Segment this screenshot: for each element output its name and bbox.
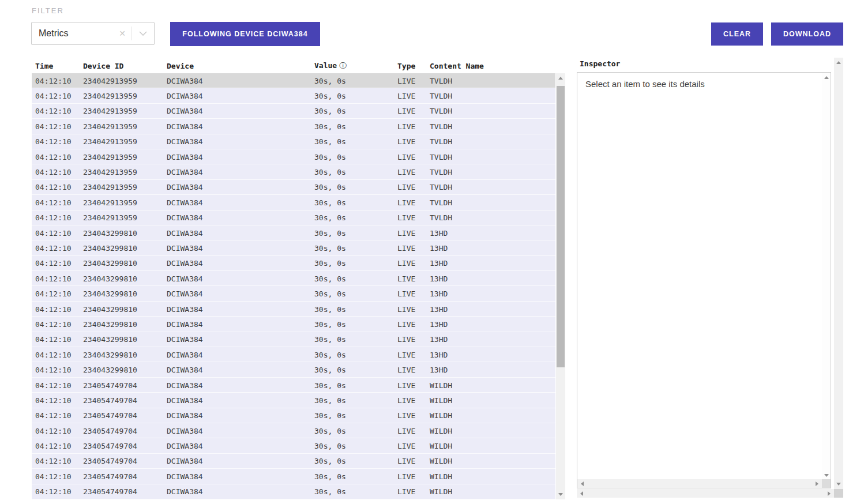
table-cell: 30s, 0s [314, 244, 397, 253]
table-cell: TVLDH [430, 107, 555, 115]
inspector-inner-vertical-scrollbar[interactable] [822, 73, 831, 480]
table-cell: 13HD [430, 305, 555, 314]
metrics-table-body: 04:12:10234042913959DCIWA38430s, 0sLIVET… [32, 73, 555, 499]
table-cell: DCIWA384 [167, 289, 314, 298]
table-row[interactable]: 04:12:10234043299810DCIWA38430s, 0sLIVE1… [32, 347, 555, 362]
table-cell: DCIWA384 [167, 320, 314, 329]
scroll-up-button[interactable] [556, 73, 565, 83]
table-row[interactable]: 04:12:10234054749704DCIWA38430s, 0sLIVEW… [32, 423, 555, 438]
table-cell: 04:12:10 [35, 472, 83, 481]
table-cell: 30s, 0s [314, 427, 397, 435]
table-cell: DCIWA384 [167, 427, 314, 435]
table-cell: 04:12:10 [35, 183, 83, 191]
table-cell: 234054749704 [83, 396, 167, 405]
table-cell: 30s, 0s [314, 487, 397, 496]
table-cell: TVLDH [430, 92, 555, 100]
table-cell: 13HD [430, 351, 555, 359]
table-cell: DCIWA384 [167, 472, 314, 481]
table-row[interactable]: 04:12:10234042913959DCIWA38430s, 0sLIVET… [32, 73, 555, 88]
download-button[interactable]: DOWNLOAD [771, 22, 843, 46]
dropdown-chevron-icon[interactable] [132, 31, 154, 36]
table-cell: 04:12:10 [35, 457, 83, 465]
table-cell: WILDH [430, 396, 555, 405]
table-cell: 04:12:10 [35, 487, 83, 496]
metrics-filter-select[interactable]: Metrics ✕ [31, 22, 155, 45]
table-cell: 04:12:10 [35, 351, 83, 359]
value-info-icon[interactable]: ⓘ [339, 61, 347, 70]
table-cell: 04:12:10 [35, 366, 83, 374]
table-row[interactable]: 04:12:10234043299810DCIWA38430s, 0sLIVE1… [32, 332, 555, 347]
table-cell: 04:12:10 [35, 153, 83, 161]
right-arrow-icon [816, 482, 818, 486]
table-row[interactable]: 04:12:10234042913959DCIWA38430s, 0sLIVET… [32, 149, 555, 164]
table-cell: 04:12:10 [35, 289, 83, 298]
table-cell: LIVE [397, 351, 430, 359]
table-row[interactable]: 04:12:10234043299810DCIWA38430s, 0sLIVE1… [32, 225, 555, 240]
table-row[interactable]: 04:12:10234043299810DCIWA38430s, 0sLIVE1… [32, 240, 555, 255]
table-cell: 234042913959 [83, 153, 167, 161]
table-cell: 234054749704 [83, 442, 167, 450]
table-row[interactable]: 04:12:10234054749704DCIWA38430s, 0sLIVEW… [32, 393, 555, 408]
scroll-left-button[interactable] [577, 489, 587, 498]
table-row[interactable]: 04:12:10234043299810DCIWA38430s, 0sLIVE1… [32, 317, 555, 332]
table-cell: 04:12:10 [35, 92, 83, 100]
table-cell: LIVE [397, 289, 430, 298]
table-cell: 04:12:10 [35, 107, 83, 115]
table-cell: LIVE [397, 427, 430, 435]
column-header-type: Type [397, 62, 430, 70]
table-cell: 30s, 0s [314, 320, 397, 329]
table-cell: 30s, 0s [314, 351, 397, 359]
table-cell: DCIWA384 [167, 381, 314, 390]
table-cell: LIVE [397, 366, 430, 374]
table-row[interactable]: 04:12:10234054749704DCIWA38430s, 0sLIVEW… [32, 378, 555, 393]
table-row[interactable]: 04:12:10234054749704DCIWA38430s, 0sLIVEW… [32, 438, 555, 453]
table-row[interactable]: 04:12:10234042913959DCIWA38430s, 0sLIVET… [32, 119, 555, 134]
table-cell: WILDH [430, 442, 555, 450]
table-cell: 30s, 0s [314, 381, 397, 390]
table-row[interactable]: 04:12:10234054749704DCIWA38430s, 0sLIVEW… [32, 408, 555, 423]
following-device-button[interactable]: FOLLOWING DEVICE DCIWA384 [170, 22, 320, 46]
table-cell: DCIWA384 [167, 396, 314, 405]
table-cell: DCIWA384 [167, 487, 314, 496]
inspector-inner-horizontal-scrollbar[interactable] [577, 479, 822, 488]
table-row[interactable]: 04:12:10234043299810DCIWA38430s, 0sLIVE1… [32, 271, 555, 286]
table-cell: 04:12:10 [35, 229, 83, 238]
table-row[interactable]: 04:12:10234054749704DCIWA38430s, 0sLIVEW… [32, 454, 555, 469]
table-vertical-scrollbar[interactable] [556, 73, 565, 499]
table-cell: 04:12:10 [35, 137, 83, 146]
table-row[interactable]: 04:12:10234042913959DCIWA38430s, 0sLIVET… [32, 195, 555, 210]
scroll-right-button[interactable] [824, 489, 834, 498]
table-row[interactable]: 04:12:10234043299810DCIWA38430s, 0sLIVE1… [32, 286, 555, 301]
table-row[interactable]: 04:12:10234042913959DCIWA38430s, 0sLIVET… [32, 134, 555, 149]
scroll-left-button[interactable] [577, 479, 587, 488]
scrollbar-thumb[interactable] [557, 86, 565, 367]
table-row[interactable]: 04:12:10234054749704DCIWA38430s, 0sLIVEW… [32, 469, 555, 484]
table-cell: TVLDH [430, 122, 555, 131]
table-row[interactable]: 04:12:10234054749704DCIWA38430s, 0sLIVEW… [32, 484, 555, 499]
table-cell: DCIWA384 [167, 168, 314, 176]
table-cell: LIVE [397, 411, 430, 420]
clear-selection-icon[interactable]: ✕ [113, 29, 132, 37]
table-cell: 04:12:10 [35, 244, 83, 253]
table-row[interactable]: 04:12:10234043299810DCIWA38430s, 0sLIVE1… [32, 302, 555, 317]
scroll-down-button[interactable] [556, 490, 565, 499]
table-row[interactable]: 04:12:10234042913959DCIWA38430s, 0sLIVET… [32, 180, 555, 195]
table-row[interactable]: 04:12:10234043299810DCIWA38430s, 0sLIVE1… [32, 362, 555, 377]
table-cell: 30s, 0s [314, 137, 397, 146]
inspector-outer-vertical-scrollbar[interactable] [834, 58, 843, 489]
scroll-up-button[interactable] [822, 73, 831, 82]
scroll-right-button[interactable] [812, 479, 822, 488]
scroll-down-button[interactable] [834, 479, 843, 489]
table-row[interactable]: 04:12:10234042913959DCIWA38430s, 0sLIVET… [32, 88, 555, 103]
table-cell: 04:12:10 [35, 122, 83, 131]
scroll-up-button[interactable] [834, 58, 843, 67]
table-cell: WILDH [430, 472, 555, 481]
table-row[interactable]: 04:12:10234042913959DCIWA38430s, 0sLIVET… [32, 164, 555, 179]
table-cell: 04:12:10 [35, 411, 83, 420]
clear-button[interactable]: CLEAR [711, 22, 763, 46]
table-row[interactable]: 04:12:10234042913959DCIWA38430s, 0sLIVET… [32, 104, 555, 119]
inspector-outer-horizontal-scrollbar[interactable] [577, 489, 834, 498]
table-row[interactable]: 04:12:10234043299810DCIWA38430s, 0sLIVE1… [32, 256, 555, 271]
table-cell: 04:12:10 [35, 427, 83, 435]
table-row[interactable]: 04:12:10234042913959DCIWA38430s, 0sLIVET… [32, 210, 555, 225]
